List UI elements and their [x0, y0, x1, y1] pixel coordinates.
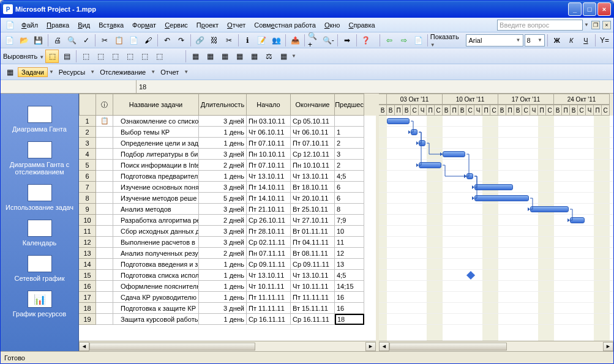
- finish-cell[interactable]: Чт 13.10.11: [291, 171, 335, 182]
- gantt-row[interactable]: [379, 182, 613, 193]
- finish-cell[interactable]: Вт 15.11.11: [291, 303, 335, 314]
- col-duration[interactable]: Длительность: [199, 94, 247, 116]
- table-row[interactable]: 12Выполнение расчетов в3 днейСр 02.11.11…: [79, 237, 376, 248]
- restore-child-button[interactable]: ❐: [591, 21, 600, 29]
- gantt-row[interactable]: [379, 160, 613, 171]
- duration-cell[interactable]: 1 день: [199, 138, 247, 149]
- tool-b-icon[interactable]: ⬚: [94, 50, 107, 63]
- redo-icon[interactable]: ↷: [174, 34, 188, 47]
- start-cell[interactable]: Ср 16.11.11: [247, 314, 291, 325]
- gantt-row[interactable]: [379, 127, 613, 138]
- duration-cell[interactable]: 1 день: [199, 314, 247, 325]
- sidebar-network[interactable]: ◫Сетевой график: [1, 253, 78, 288]
- gantt-row[interactable]: [379, 281, 613, 292]
- start-cell[interactable]: Ср 26.10.11: [247, 215, 291, 226]
- task-name-cell[interactable]: Подготовка предварител: [113, 171, 199, 182]
- gantt-row[interactable]: [379, 248, 613, 259]
- grid5-icon[interactable]: ▦: [247, 50, 261, 63]
- table-row[interactable]: 2Выбор темы КР1 деньЧт 06.10.11Чт 06.10.…: [79, 127, 376, 138]
- finish-cell[interactable]: Пн 10.10.11: [291, 160, 335, 171]
- row-number[interactable]: 14: [79, 259, 96, 270]
- sidebar-task-usage[interactable]: ▤Использование задач: [1, 182, 78, 217]
- row-number[interactable]: 7: [79, 182, 96, 193]
- task-name-cell[interactable]: Оформление пояснителн: [113, 281, 199, 292]
- row-info[interactable]: [96, 292, 113, 303]
- task-name-cell[interactable]: Сдача КР руководителю: [113, 292, 199, 303]
- task-name-cell[interactable]: Изучение методов реше: [113, 193, 199, 204]
- sidebar-gantt[interactable]: ▭Диаграмма Ганта: [1, 103, 78, 139]
- row-info[interactable]: [96, 127, 113, 138]
- gantt-row[interactable]: [379, 215, 613, 226]
- menu-insert[interactable]: Вставка: [95, 20, 127, 30]
- pred-cell[interactable]: 11: [335, 237, 364, 248]
- row-info[interactable]: [96, 138, 113, 149]
- menu-file[interactable]: Файл: [18, 20, 42, 30]
- finish-cell[interactable]: Чт 06.10.11: [291, 127, 335, 138]
- duration-cell[interactable]: 5 дней: [199, 193, 247, 204]
- start-cell[interactable]: Пт 11.11.11: [247, 303, 291, 314]
- view-resources[interactable]: Ресурсы: [55, 67, 89, 77]
- row-info[interactable]: [96, 204, 113, 215]
- finish-cell[interactable]: Ср 12.10.11: [291, 149, 335, 160]
- finish-cell[interactable]: Чт 10.11.11: [291, 281, 335, 292]
- gantt-row[interactable]: [379, 204, 613, 215]
- pred-cell[interactable]: 13: [335, 259, 364, 270]
- grid2-icon[interactable]: ▦: [203, 50, 217, 63]
- gantt-row[interactable]: [379, 149, 613, 160]
- duration-cell[interactable]: 3 дней: [199, 116, 247, 127]
- pred-cell[interactable]: 12: [335, 248, 364, 259]
- nav-back-icon[interactable]: ⇦: [383, 34, 396, 47]
- help-search-input[interactable]: Введите вопрос: [497, 20, 583, 31]
- menu-tools[interactable]: Сервис: [161, 20, 192, 30]
- duration-cell[interactable]: 3 дней: [199, 149, 247, 160]
- row-number[interactable]: 9: [79, 204, 96, 215]
- pred-cell[interactable]: 10: [335, 226, 364, 237]
- milestone[interactable]: [466, 271, 475, 280]
- table-row[interactable]: 14Подготовка введения и з1 деньСр 09.11.…: [79, 259, 376, 270]
- duration-cell[interactable]: 3 дней: [199, 303, 247, 314]
- sidebar-calendar[interactable]: ▦Календарь: [1, 217, 78, 253]
- underline-icon[interactable]: Ч: [579, 34, 593, 47]
- row-info[interactable]: [96, 171, 113, 182]
- finish-cell[interactable]: Чт 27.10.11: [291, 215, 335, 226]
- sidebar-resource-graph[interactable]: 📊График ресурсов: [1, 288, 78, 324]
- task-name-cell[interactable]: Подготовка введения и з: [113, 259, 199, 270]
- start-cell[interactable]: Чт 13.10.11: [247, 270, 291, 281]
- help-dropdown-icon[interactable]: ▼: [584, 22, 589, 28]
- cut-icon[interactable]: ✂: [98, 34, 111, 47]
- pred-cell[interactable]: 2: [335, 138, 364, 149]
- start-cell[interactable]: Пн 03.10.11: [247, 116, 291, 127]
- row-info[interactable]: [96, 314, 113, 325]
- row-number[interactable]: 17: [79, 292, 96, 303]
- indent-icon[interactable]: ▤: [60, 50, 73, 63]
- pred-cell[interactable]: 3: [335, 149, 364, 160]
- show-dropdown[interactable]: Показать ▼: [430, 33, 465, 48]
- link-icon[interactable]: 🔗: [193, 34, 207, 47]
- zoom-in-icon[interactable]: 🔍+: [307, 34, 321, 47]
- grid6-icon[interactable]: ⚖: [262, 50, 275, 63]
- goto-icon[interactable]: ➡: [340, 34, 354, 47]
- table-row[interactable]: 17Сдача КР руководителю1 деньПт 11.11.11…: [79, 292, 376, 303]
- unlink-icon[interactable]: ⛓: [208, 34, 221, 47]
- split-icon[interactable]: ✂: [222, 34, 236, 47]
- view-tasks[interactable]: Задачи: [18, 67, 48, 77]
- finish-cell[interactable]: Вт 01.11.11: [291, 226, 335, 237]
- more-dropdown-icon[interactable]: ▼: [291, 53, 296, 59]
- menu-edit[interactable]: Правка: [43, 20, 73, 30]
- row-info[interactable]: [96, 270, 113, 281]
- table-row[interactable]: 4Подбор литературы в би3 днейПн 10.10.11…: [79, 149, 376, 160]
- gantt-row[interactable]: [379, 116, 613, 127]
- pred-cell[interactable]: 8: [335, 204, 364, 215]
- col-pred[interactable]: Предшес: [335, 94, 364, 116]
- minimize-button[interactable]: _: [568, 2, 582, 16]
- duration-cell[interactable]: 1 день: [199, 292, 247, 303]
- row-number[interactable]: 19: [79, 314, 96, 325]
- duration-cell[interactable]: 1 день: [199, 281, 247, 292]
- italic-icon[interactable]: К: [565, 34, 578, 47]
- col-info[interactable]: ⓘ: [96, 94, 113, 116]
- pred-cell[interactable]: 16: [335, 303, 364, 314]
- duration-cell[interactable]: 3 дней: [199, 226, 247, 237]
- row-number[interactable]: 4: [79, 149, 96, 160]
- table-row[interactable]: 10Разработка алгоритма ре2 днейСр 26.10.…: [79, 215, 376, 226]
- views-icon[interactable]: ▦: [3, 65, 17, 79]
